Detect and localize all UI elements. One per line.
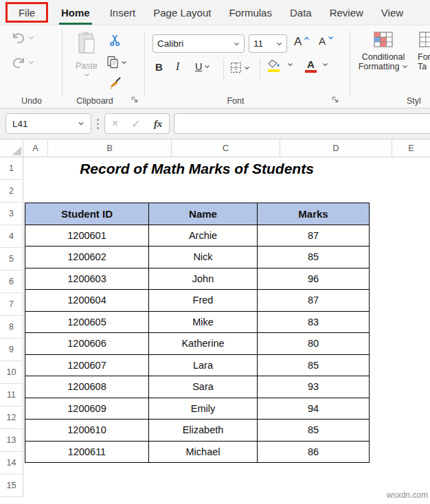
table-cell[interactable]: 80 xyxy=(258,333,370,355)
table-cell[interactable]: 85 xyxy=(258,420,370,442)
table-cell[interactable]: 1200602 xyxy=(25,247,149,268)
column-header-c[interactable]: C xyxy=(172,139,280,157)
insert-function-icon[interactable]: fx xyxy=(154,118,163,130)
cut-button[interactable] xyxy=(109,34,122,47)
row-header-14[interactable]: 14 xyxy=(0,452,23,474)
table-cell[interactable]: John xyxy=(149,268,258,290)
undo-dropdown-icon[interactable] xyxy=(28,36,34,40)
format-as-table-button[interactable]: For Ta xyxy=(416,31,430,71)
row-header-12[interactable]: 12 xyxy=(0,406,23,429)
table-cell[interactable]: 94 xyxy=(258,398,370,420)
table-cell[interactable]: 96 xyxy=(258,268,370,290)
table-cell[interactable]: 86 xyxy=(258,441,370,463)
table-cell[interactable]: Elizabeth xyxy=(149,420,258,442)
tab-data[interactable]: Data xyxy=(290,7,312,19)
format-painter-button[interactable] xyxy=(109,76,122,90)
name-box-dropdown-icon[interactable] xyxy=(78,122,84,126)
name-box[interactable]: L41 xyxy=(5,113,91,134)
table-cell[interactable]: Nick xyxy=(149,247,258,268)
tab-review[interactable]: Review xyxy=(330,7,363,19)
borders-button[interactable] xyxy=(230,62,250,73)
table-cell[interactable]: 1200607 xyxy=(25,354,149,376)
redo-button[interactable] xyxy=(11,56,34,69)
row-header-11[interactable]: 11 xyxy=(0,384,23,406)
tab-insert[interactable]: Insert xyxy=(110,7,136,19)
row-header-6[interactable]: 6 xyxy=(0,271,23,293)
table-cell[interactable]: Michael xyxy=(149,441,258,463)
table-cell[interactable]: Katherine xyxy=(149,333,258,355)
borders-dropdown-icon[interactable] xyxy=(244,66,250,70)
table-cell[interactable]: 1200606 xyxy=(25,333,149,355)
italic-button[interactable]: I xyxy=(176,60,179,73)
table-cell[interactable]: 1200608 xyxy=(25,376,149,398)
row-header-7[interactable]: 7 xyxy=(0,293,23,316)
table-cell[interactable]: Lara xyxy=(149,354,258,376)
font-color-button[interactable]: A xyxy=(305,59,328,69)
cancel-icon[interactable]: × xyxy=(112,117,118,130)
table-cell[interactable]: 85 xyxy=(258,247,370,268)
redo-dropdown-icon[interactable] xyxy=(28,60,34,65)
paste-dropdown-icon[interactable] xyxy=(84,73,90,77)
fill-color-button[interactable] xyxy=(268,59,293,69)
table-cell[interactable]: 83 xyxy=(258,311,370,333)
table-cell[interactable]: 1200601 xyxy=(25,225,149,247)
bold-button[interactable]: B xyxy=(155,61,163,73)
table-cell[interactable]: 1200610 xyxy=(25,420,149,442)
fill-color-dropdown-icon[interactable] xyxy=(287,62,293,67)
copy-dropdown-icon[interactable] xyxy=(121,60,127,65)
row-header-5[interactable]: 5 xyxy=(0,248,23,271)
table-header-cell[interactable]: Student ID xyxy=(25,203,149,225)
table-cell[interactable]: 1200605 xyxy=(25,311,149,333)
row-header-13[interactable]: 13 xyxy=(0,429,23,452)
font-size-combobox[interactable]: 11 xyxy=(249,34,287,53)
conditional-formatting-button[interactable]: Conditional Formatting xyxy=(353,31,414,71)
column-header-a[interactable]: A xyxy=(23,139,48,157)
row-header-9[interactable]: 9 xyxy=(0,339,23,361)
undo-button[interactable] xyxy=(11,31,34,44)
table-cell[interactable]: 1200611 xyxy=(25,441,149,463)
table-cell[interactable]: 85 xyxy=(258,354,370,376)
underline-dropdown-icon[interactable] xyxy=(204,65,210,69)
copy-button[interactable] xyxy=(106,56,127,69)
table-header-cell[interactable]: Name xyxy=(149,203,258,225)
table-cell[interactable]: 1200604 xyxy=(25,290,149,312)
table-cell[interactable]: Fred xyxy=(149,290,258,312)
tab-home[interactable]: Home xyxy=(59,7,92,19)
table-cell[interactable]: 87 xyxy=(258,225,370,247)
column-header-b[interactable]: B xyxy=(48,139,172,157)
table-cell[interactable]: Archie xyxy=(149,225,258,247)
formula-input[interactable] xyxy=(174,113,430,134)
row-header-1[interactable]: 1 xyxy=(0,157,23,180)
clipboard-dialog-launcher-icon[interactable] xyxy=(131,95,139,104)
row-header-2[interactable]: 2 xyxy=(0,180,23,203)
row-header-3[interactable]: 3 xyxy=(0,203,23,225)
select-all-corner[interactable] xyxy=(0,139,23,157)
enter-icon[interactable]: ✓ xyxy=(131,117,140,130)
tab-view[interactable]: View xyxy=(381,7,403,19)
tab-page-layout[interactable]: Page Layout xyxy=(153,7,211,19)
sheet-title[interactable]: Record of Math Marks of Students xyxy=(25,157,369,181)
underline-button[interactable]: U xyxy=(195,61,210,72)
table-cell[interactable]: 1200603 xyxy=(25,268,149,290)
table-cell[interactable]: 87 xyxy=(258,290,370,312)
tab-formulas[interactable]: Formulas xyxy=(229,7,272,19)
font-name-combobox[interactable]: Calibri xyxy=(152,34,245,53)
row-header-4[interactable]: 4 xyxy=(0,225,23,248)
row-header-8[interactable]: 8 xyxy=(0,316,23,339)
column-header-e[interactable]: E xyxy=(392,139,430,157)
font-dialog-launcher-icon[interactable] xyxy=(331,95,339,104)
table-cell[interactable]: 1200609 xyxy=(25,398,149,420)
decrease-font-size-button[interactable]: A xyxy=(319,35,334,47)
increase-font-size-button[interactable]: A xyxy=(294,35,310,49)
formula-bar-drag-handle[interactable] xyxy=(97,123,99,125)
table-cell[interactable]: Emily xyxy=(149,398,258,420)
column-header-d[interactable]: D xyxy=(280,139,392,157)
table-header-cell[interactable]: Marks xyxy=(258,203,370,225)
table-cell[interactable]: 93 xyxy=(258,376,370,398)
row-header-15[interactable]: 15 xyxy=(0,474,23,497)
table-cell[interactable]: Sara xyxy=(149,376,258,398)
paste-button[interactable]: Paste xyxy=(69,31,104,77)
font-color-dropdown-icon[interactable] xyxy=(322,62,328,67)
row-header-10[interactable]: 10 xyxy=(0,361,23,384)
tab-file[interactable]: File xyxy=(5,2,48,23)
